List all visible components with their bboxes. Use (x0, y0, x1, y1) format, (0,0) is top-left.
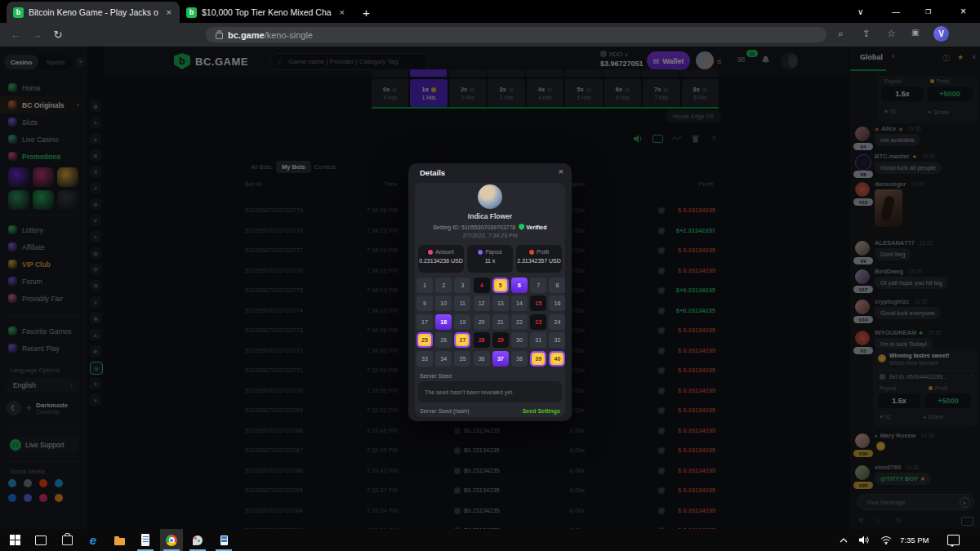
keno-cell-hit: 40 (549, 351, 565, 367)
tab-title: $10,000 Top Tier Keno Mixed Cha (202, 7, 333, 17)
keno-cell-hit: 5 (492, 278, 509, 293)
player-avatar (478, 184, 502, 209)
tab-favicon: b (186, 7, 197, 18)
stat-amount: Amount0.23134236 USD (418, 245, 464, 273)
keno-cell: 32 (549, 332, 565, 348)
keno-cell: 36 (474, 351, 490, 367)
calculator-icon[interactable] (212, 529, 235, 551)
keno-cell: 22 (511, 314, 528, 330)
browser-tab[interactable]: bBitcoin Keno Game - Play Jacks o× (7, 2, 180, 23)
task-view-button[interactable] (29, 529, 52, 551)
forward-button[interactable]: → (26, 29, 47, 41)
volume-tray-icon[interactable] (859, 529, 870, 551)
keno-cell: 1 (416, 278, 433, 293)
stat-label: Amount (435, 249, 453, 255)
keno-cell: 24 (549, 314, 565, 330)
keno-cell-drawn: 23 (530, 314, 546, 330)
keno-cell: 10 (435, 295, 452, 311)
browser-tab[interactable]: b$10,000 Top Tier Keno Mixed Cha× (180, 2, 353, 23)
new-tab-button[interactable]: + (363, 6, 370, 23)
keno-cell: 13 (492, 295, 509, 311)
keno-cell: 33 (416, 351, 433, 367)
stat-value: 0.23134236 USD (418, 258, 464, 264)
lock-icon (216, 33, 223, 39)
player-name: Indica Flower (408, 212, 572, 220)
keno-cell-hit: 25 (416, 332, 433, 348)
profile-avatar[interactable]: V (933, 26, 949, 42)
stat-profit: Profit2.31342357 USD (516, 245, 562, 273)
close-button[interactable]: × (960, 0, 966, 23)
browser-tab-strip: bBitcoin Keno Game - Play Jacks o×b$10,0… (0, 0, 980, 23)
tray-chevron-icon[interactable] (840, 529, 848, 551)
browser-toolbar: ← → ↻ bc.game /keno-single ⌕ ⇪ ☆ ▣ V (0, 23, 980, 47)
keno-cell-hit: 27 (454, 332, 470, 348)
tab-title: Bitcoin Keno Game - Play Jacks o (29, 7, 160, 17)
stat-label: Profit (537, 249, 549, 255)
keno-cell: 20 (474, 314, 490, 330)
url-bar[interactable]: bc.game /keno-single (206, 27, 826, 42)
keno-cell-drawn: 28 (474, 332, 490, 348)
paint-icon[interactable] (186, 529, 209, 551)
reload-button[interactable]: ↻ (47, 29, 69, 41)
keno-cell: 12 (474, 295, 490, 311)
tab-favicon: b (13, 7, 24, 18)
maximize-button[interactable]: ❒ (925, 0, 931, 23)
keno-cell: 11 (454, 295, 470, 311)
taskbar: e 7:35 PM (0, 529, 980, 551)
url-path: /keno-single (265, 30, 313, 40)
keno-cell-selected: 37 (492, 351, 509, 367)
bet-date: 2/7/2022, 7:34:23 PM (408, 233, 572, 238)
keno-cell-selected: 18 (435, 314, 452, 330)
window-menu-icon[interactable]: ∨ (858, 0, 863, 23)
stat-payout: Payout11 x (467, 245, 513, 273)
keno-cell: 34 (435, 351, 452, 367)
keno-cell: 35 (454, 351, 470, 367)
chrome-icon[interactable] (160, 529, 183, 551)
keno-cell: 2 (435, 278, 452, 293)
stat-label: Payout (485, 249, 501, 255)
notepad-icon[interactable] (134, 529, 157, 551)
page-viewport: Casino Sports × HomeBC Originals›SlotsLi… (0, 47, 980, 529)
keno-cell: 7 (530, 278, 546, 293)
stat-label-row: Amount (418, 249, 464, 255)
back-button[interactable]: ← (5, 29, 26, 41)
wifi-icon[interactable] (880, 529, 892, 551)
screen: bBitcoin Keno Game - Play Jacks o×b$10,0… (0, 0, 980, 551)
explorer-icon[interactable] (108, 529, 131, 551)
modal-title: Details (420, 168, 445, 177)
star-icon[interactable]: ☆ (887, 28, 896, 39)
tab-close-icon[interactable]: × (338, 7, 346, 17)
start-button[interactable] (3, 529, 26, 551)
verified-shield-icon (519, 224, 524, 230)
keno-cell: 3 (454, 278, 470, 293)
betting-id: Betting ID: 51055307039703778 (433, 224, 515, 230)
keno-cell: 38 (511, 351, 528, 367)
keno-cell-selected: 6 (511, 278, 528, 293)
share-icon[interactable]: ⇪ (862, 28, 871, 39)
coin-stack-icon (428, 250, 433, 255)
edge-icon[interactable]: e (82, 529, 105, 551)
stat-value: 11 x (467, 258, 513, 264)
zoom-icon[interactable]: ⌕ (838, 28, 844, 39)
keno-cell-drawn: 4 (474, 278, 490, 293)
keno-cell: 14 (511, 295, 528, 311)
action-center-icon[interactable] (947, 529, 960, 551)
tab-close-icon[interactable]: × (165, 7, 173, 17)
betting-id-row: Betting ID: 51055307039703778Verified (408, 224, 572, 230)
modal-close-icon[interactable]: × (559, 167, 564, 176)
keno-cell: 16 (549, 295, 565, 311)
keno-cell: 8 (549, 278, 565, 293)
keno-cell-drawn: 29 (492, 332, 509, 348)
seed-settings-link[interactable]: Seed Settings (523, 408, 560, 414)
keno-cell: 31 (530, 332, 546, 348)
minimize-button[interactable]: — (892, 0, 900, 23)
server-seed-value: The seed hasn't been revealed yet. (418, 381, 562, 402)
keno-cell: 26 (435, 332, 452, 348)
keno-cell: 9 (416, 295, 433, 311)
keno-cell: 30 (511, 332, 528, 348)
server-seed-hash-label: Server Seed (hash) (420, 408, 470, 414)
clock[interactable]: 7:35 PM (900, 529, 929, 551)
extensions-icon[interactable]: ▣ (911, 28, 919, 37)
details-modal: Details × Indica Flower Betting ID: 5105… (408, 163, 572, 421)
store-icon[interactable] (56, 529, 78, 551)
